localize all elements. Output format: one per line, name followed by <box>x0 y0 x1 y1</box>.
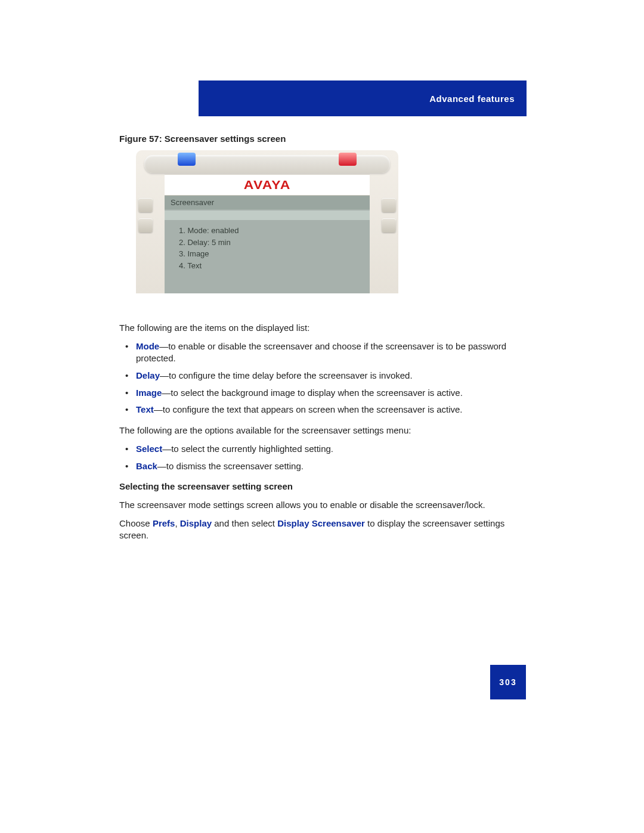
intro-paragraph: The following are the items on the displ… <box>119 322 525 335</box>
side-button <box>382 198 396 212</box>
screen-menu-list: 1. Mode: enabled 2. Delay: 5 min 3. Imag… <box>165 221 370 275</box>
led-red-icon <box>339 153 357 166</box>
document-page: { "header": { "section_title": "Advanced… <box>0 0 644 833</box>
item-desc: —to configure the text that appears on s… <box>154 404 463 414</box>
device-screen: Screensaver 1. Mode: enabled 2. Delay: 5… <box>165 196 370 293</box>
figure-caption: Figure 57: Screensaver settings screen <box>119 134 286 144</box>
keyword: Delay <box>136 370 160 380</box>
side-button <box>138 218 153 233</box>
keyword: Select <box>136 444 162 454</box>
keyword: Prefs <box>153 518 175 528</box>
options-list: Select—to select the currently highlight… <box>119 443 525 472</box>
text-run: and then select <box>212 518 277 528</box>
screen-highlight-row <box>165 210 370 220</box>
list-item: Text—to configure the text that appears … <box>119 404 525 416</box>
list-item: Delay—to configure the time delay before… <box>119 370 525 382</box>
list-item: Back—to dismiss the screensaver setting. <box>119 460 525 473</box>
item-desc: —to dismiss the screensaver setting. <box>157 461 304 471</box>
section-header-title: Advanced features <box>429 94 515 104</box>
screen-menu-item: 1. Mode: enabled <box>179 225 355 237</box>
keyword: Display Screensaver <box>277 518 365 528</box>
page-number: 303 <box>499 677 516 687</box>
section-header-bar: Advanced features <box>199 80 527 116</box>
item-desc: —to select the currently highlighted set… <box>162 444 333 454</box>
paragraph: Choose Prefs, Display and then select Di… <box>119 518 525 542</box>
text-run: Choose <box>119 518 153 528</box>
paragraph: The screensaver mode settings screen all… <box>119 499 525 512</box>
item-desc: —to select the background image to displ… <box>162 388 462 398</box>
device-illustration: AVAYA Screensaver 1. Mode: enabled 2. De… <box>136 150 398 293</box>
screen-menu-item: 4. Text <box>179 260 355 272</box>
led-blue-icon <box>178 153 196 166</box>
keyword: Display <box>180 518 212 528</box>
body-text: The following are the items on the displ… <box>119 322 525 548</box>
side-button <box>382 218 396 233</box>
keyword: Back <box>136 461 157 471</box>
page-number-tab: 303 <box>490 665 526 699</box>
subheading: Selecting the screensaver setting screen <box>119 481 525 493</box>
item-desc: —to configure the time delay before the … <box>160 370 413 380</box>
brand-band: AVAYA <box>165 174 370 196</box>
keyword: Text <box>136 404 154 414</box>
item-desc: —to enable or disable the screensaver an… <box>136 341 506 364</box>
text-run: , <box>175 518 179 528</box>
side-button <box>138 198 153 212</box>
brand-logo: AVAYA <box>244 178 291 192</box>
screen-title: Screensaver <box>165 196 370 209</box>
list-item: Select—to select the currently highlight… <box>119 443 525 456</box>
keyword: Mode <box>136 341 159 351</box>
list-item: Mode—to enable or disable the screensave… <box>119 340 525 365</box>
keyword: Image <box>136 388 162 398</box>
items-list: Mode—to enable or disable the screensave… <box>119 340 525 416</box>
intro-paragraph: The following are the options available … <box>119 425 525 437</box>
screen-menu-item: 2. Delay: 5 min <box>179 237 355 249</box>
screen-menu-item: 3. Image <box>179 248 355 260</box>
list-item: Image—to select the background image to … <box>119 387 525 400</box>
